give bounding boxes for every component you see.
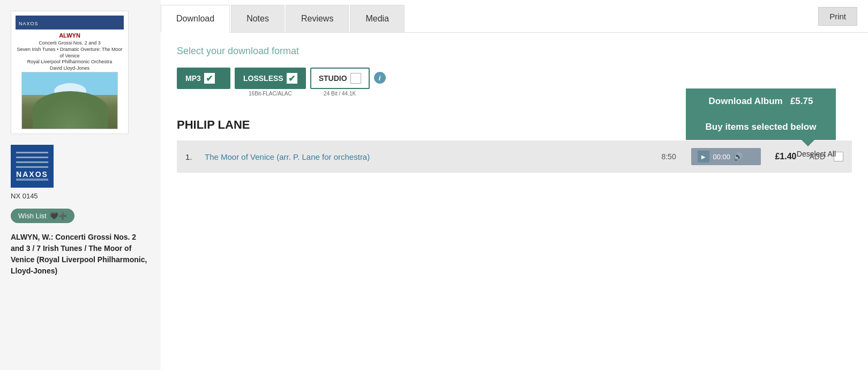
format-mp3: MP3 ✔ (177, 68, 230, 89)
naxos-logo: NAXOS (11, 145, 54, 188)
tab-notes[interactable]: Notes (231, 5, 285, 32)
info-icon[interactable]: i (374, 72, 386, 84)
format-studio: STUDIO 24 Bit / 44.1K (310, 68, 370, 97)
tab-reviews[interactable]: Reviews (286, 5, 349, 32)
print-button[interactable]: Print (818, 7, 857, 26)
format-lossless: LOSSLESS ✔ 16Bit-FLAC/ALAC (235, 68, 306, 97)
download-album-price: £5.75 (790, 96, 813, 106)
mp3-check: ✔ (204, 73, 215, 84)
lossless-button[interactable]: LOSSLESS ✔ (235, 68, 306, 89)
buy-items-label: Buy items selected below (706, 122, 817, 132)
lossless-subtitle: 16Bit-FLAC/ALAC (249, 91, 292, 97)
studio-label: STUDIO (319, 74, 347, 83)
wish-list-button[interactable]: Wish List 🖤➕ (11, 209, 74, 223)
heart-plus-icon: 🖤➕ (50, 212, 67, 220)
main-content: Select your download format MP3 ✔ LOSSLE… (161, 33, 868, 370)
format-title: Select your download format (177, 46, 852, 57)
deselect-all-link[interactable]: Deselect All (797, 150, 836, 158)
track-duration: 8:50 (661, 152, 683, 161)
download-album-label: Download Album (709, 96, 783, 106)
naxos-label: NAXOS (19, 21, 39, 26)
tabs-row: Download Notes Reviews Media Print (161, 0, 868, 33)
mp3-label: MP3 (185, 74, 201, 83)
tab-download[interactable]: Download (161, 5, 230, 33)
studio-subtitle: 24 Bit / 44.1K (324, 91, 356, 97)
right-panel: Download Album £5.75 Buy items selected … (686, 88, 836, 158)
lossless-check: ✔ (287, 73, 297, 84)
studio-button[interactable]: STUDIO (310, 68, 370, 89)
studio-check (350, 73, 361, 84)
mp3-button[interactable]: MP3 ✔ (177, 68, 230, 89)
tab-media[interactable]: Media (350, 5, 405, 32)
lossless-label: LOSSLESS (243, 74, 283, 83)
album-artwork (21, 72, 118, 129)
catalog-number: NX 0145 (11, 192, 38, 200)
album-cover: NAXOS ALWYN Concerti Grossi Nos. 2 and 3… (11, 11, 129, 134)
track-title: The Moor of Venice (arr. P. Lane for orc… (205, 152, 653, 161)
wish-list-label: Wish List (18, 212, 47, 220)
download-album-button[interactable]: Download Album £5.75 (686, 88, 836, 114)
buy-items-button[interactable]: Buy items selected below (686, 114, 836, 140)
track-number: 1. (185, 152, 196, 161)
album-cover-subtitle: Concerti Grossi Nos. 2 and 3 Seven Irish… (16, 40, 124, 71)
album-cover-title: ALWYN (59, 32, 80, 39)
album-description: ALWYN, W.: Concerti Grossi Nos. 2 and 3 … (11, 232, 150, 277)
